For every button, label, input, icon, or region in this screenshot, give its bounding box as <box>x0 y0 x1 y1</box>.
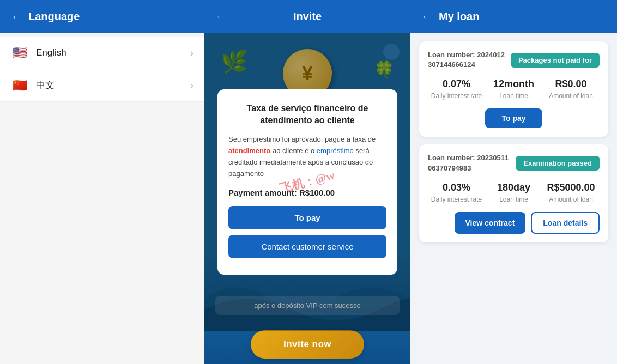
language-item-english[interactable]: 🇺🇸 English › <box>0 37 204 69</box>
stat-label-amount-1: Amount of loan <box>542 92 600 100</box>
stat-label-rate-1: Daily interest rate <box>428 92 485 100</box>
loan-card-1-header: Loan number: 2024012307144666124 Package… <box>428 50 600 70</box>
language-panel: ← Language 🇺🇸 English › 🇨🇳 中文 › <box>0 0 204 364</box>
my-loan-back-arrow[interactable]: ← <box>421 10 432 23</box>
invite-button-area: Invite now <box>204 330 410 359</box>
invite-panel: ← Invite 🌿 🍀 Taxa de serviço financeiro … <box>204 0 410 364</box>
modal-title: Taxa de serviço financeiro de atendiment… <box>228 102 386 127</box>
my-loan-title: My loan <box>439 10 479 23</box>
language-list: 🇺🇸 English › 🇨🇳 中文 › <box>0 37 204 102</box>
stat-label-time-2: Loan time <box>485 196 542 203</box>
modal-body: Seu empréstimo foi aprovado, pague a tax… <box>228 134 386 179</box>
stat-value-rate-2: 0.03% <box>428 182 485 193</box>
stat-loan-time-1: 12month Loan time <box>485 78 542 100</box>
stat-label-rate-2: Daily interest rate <box>428 196 485 203</box>
stat-label-time-1: Loan time <box>485 92 542 100</box>
stat-value-time-1: 12month <box>485 78 542 90</box>
stat-label-amount-2: Amount of loan <box>542 196 600 203</box>
invite-back-arrow[interactable]: ← <box>215 10 226 23</box>
loan-card-2-header: Loan number: 2023051106370794983 Examina… <box>428 153 600 173</box>
loan-stats-1: 0.07% Daily interest rate 12month Loan t… <box>428 78 600 100</box>
stat-amount-1: R$0.00 Amount of loan <box>542 78 600 100</box>
loan-stats-2: 0.03% Daily interest rate 180day Loan ti… <box>428 182 600 203</box>
stat-value-amount-1: R$0.00 <box>542 78 600 90</box>
chevron-right-icon: › <box>190 47 193 59</box>
highlight-text: atendimento <box>228 147 270 155</box>
invite-now-button[interactable]: Invite now <box>251 330 364 359</box>
loan-badge-2: Examination passed <box>516 156 600 171</box>
to-pay-button[interactable]: To pay <box>228 206 386 229</box>
invite-background: 🌿 🍀 Taxa de serviço financeiro de atendi… <box>204 33 410 364</box>
language-back-arrow[interactable]: ← <box>11 10 22 23</box>
loan-number-2: Loan number: 2023051106370794983 <box>428 153 509 173</box>
loan-number-1: Loan number: 2024012307144666124 <box>428 50 505 70</box>
my-loan-panel: ← My loan Loan number: 20240123071446661… <box>410 0 617 364</box>
modal-overlay: Taxa de serviço financeiro de atendiment… <box>204 33 410 331</box>
language-header: ← Language <box>0 0 204 33</box>
stat-daily-rate-2: 0.03% Daily interest rate <box>428 182 485 203</box>
stat-value-rate-1: 0.07% <box>428 78 485 90</box>
flag-cn: 🇨🇳 <box>11 80 28 92</box>
stat-amount-2: R$5000.00 Amount of loan <box>542 182 600 203</box>
view-contract-button[interactable]: View contract <box>455 212 526 234</box>
contact-customer-service-button[interactable]: Contact customer service <box>228 235 386 258</box>
invite-title: Invite <box>293 10 322 23</box>
language-title: Language <box>28 10 80 23</box>
stat-value-amount-2: R$5000.00 <box>542 182 600 193</box>
stat-daily-rate-1: 0.07% Daily interest rate <box>428 78 485 100</box>
loan-card-1: Loan number: 2024012307144666124 Package… <box>419 41 608 137</box>
language-item-chinese[interactable]: 🇨🇳 中文 › <box>0 69 204 102</box>
language-name-english: English <box>36 47 190 58</box>
flag-us: 🇺🇸 <box>11 47 28 59</box>
invite-header: ← Invite <box>204 0 410 33</box>
stat-loan-time-2: 180day Loan time <box>485 182 542 203</box>
payment-modal: Taxa de serviço financeiro de atendiment… <box>217 89 397 275</box>
loan-details-button[interactable]: Loan details <box>531 212 600 234</box>
payment-amount: Payment amount: R$100.00 <box>228 188 386 197</box>
chevron-right-icon-cn: › <box>190 80 193 91</box>
loan-cards-container: Loan number: 2024012307144666124 Package… <box>410 33 617 364</box>
loan-card-2: Loan number: 2023051106370794983 Examina… <box>419 144 608 242</box>
loan-card-2-actions: View contract Loan details <box>428 212 600 234</box>
stat-value-time-2: 180day <box>485 182 542 193</box>
highlight-text-blue: empréstimo <box>317 147 354 155</box>
loan-badge-1: Packages not paid for <box>511 53 600 68</box>
language-name-chinese: 中文 <box>36 79 190 92</box>
my-loan-header: ← My loan <box>410 0 617 33</box>
to-pay-button-card1[interactable]: To pay <box>485 108 542 128</box>
